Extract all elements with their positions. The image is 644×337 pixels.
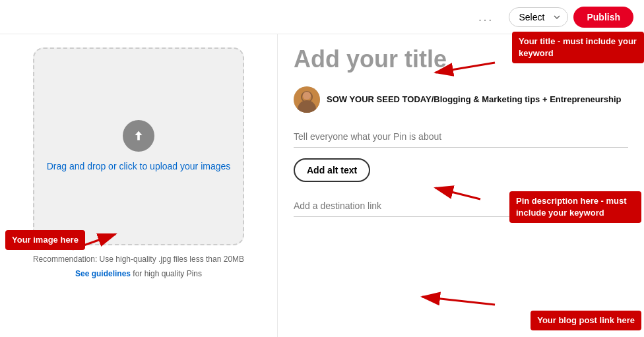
board-select-dropdown[interactable]: Select	[509, 7, 568, 27]
publish-button[interactable]: Publish	[573, 7, 633, 28]
upload-icon	[123, 120, 154, 152]
alt-text-button[interactable]: Add alt text	[294, 158, 370, 182]
pin-description-input[interactable]	[294, 126, 628, 148]
left-panel: Drag and drop or click to upload your im…	[0, 34, 277, 337]
see-guidelines: See guidelines for high quality Pins	[75, 269, 202, 278]
upload-area[interactable]: Drag and drop or click to upload your im…	[33, 47, 244, 245]
avatar	[294, 86, 320, 113]
right-panel: Add your title SOW YOUR SEED TODAY/Blogg…	[277, 34, 644, 337]
board-selector[interactable]: SOW YOUR SEED TODAY/Blogging & Marketing…	[294, 86, 628, 113]
svg-point-4	[303, 92, 311, 100]
image-annotation: Your image here	[5, 230, 85, 250]
title-annotation: Your title - must include your keyword	[512, 32, 644, 63]
main-content: Drag and drop or click to upload your im…	[0, 34, 644, 337]
dots-menu: ...	[468, 5, 504, 28]
recommendation-text: Recommendation: Use high-quality .jpg fi…	[33, 253, 244, 265]
top-bar: ... Select Publish	[0, 0, 644, 34]
board-name: SOW YOUR SEED TODAY/Blogging & Marketing…	[327, 94, 622, 106]
guidelines-link[interactable]: See guidelines	[75, 269, 131, 278]
upload-text: Drag and drop or click to upload your im…	[47, 160, 231, 173]
description-annotation: Pin description here - must include your…	[509, 191, 641, 223]
link-annotation: Your blog post link here	[531, 311, 641, 330]
